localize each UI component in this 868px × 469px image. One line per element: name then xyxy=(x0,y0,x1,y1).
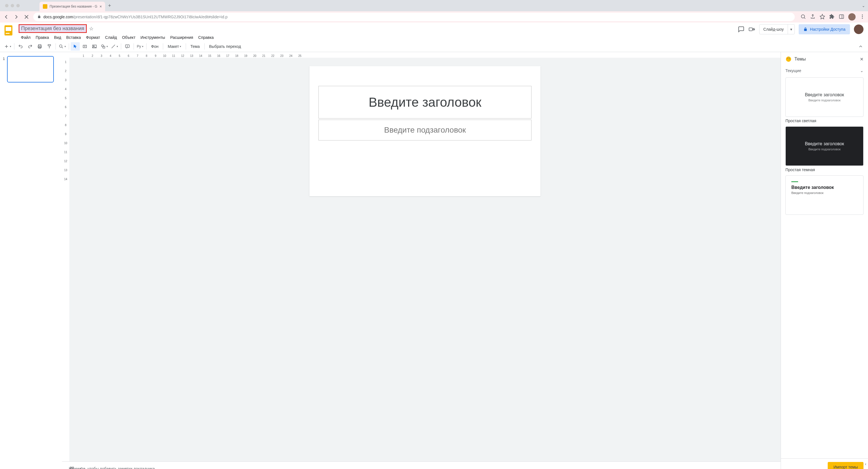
theme-card-accent[interactable]: Введите заголовок Введите подзаголовок xyxy=(785,175,864,215)
collapse-toolbar-icon[interactable] xyxy=(856,42,865,51)
slide-thumbnail[interactable] xyxy=(7,56,54,82)
select-tool[interactable] xyxy=(71,42,80,51)
palette-icon xyxy=(785,56,792,62)
subtitle-placeholder[interactable]: Введите подзаголовок xyxy=(318,120,531,140)
shape-tool[interactable] xyxy=(99,42,109,51)
themes-current-dropdown[interactable]: Текущие ⌄ xyxy=(781,66,868,75)
menu-object[interactable]: Объект xyxy=(120,34,138,41)
url-text: docs.google.com/presentation/d/1-qp78zwC… xyxy=(43,14,227,19)
traffic-light-min[interactable] xyxy=(11,4,14,7)
address-bar: docs.google.com/presentation/d/1-qp78zwC… xyxy=(0,11,868,23)
close-themes-icon[interactable]: ✕ xyxy=(860,57,864,62)
separator xyxy=(163,43,163,49)
traffic-light-max[interactable] xyxy=(17,4,20,7)
speaker-notes[interactable]: Нажмите, чтобы добавить заметки докладчи… xyxy=(62,461,781,469)
menu-view[interactable]: Вид xyxy=(52,34,63,41)
slideshow-button[interactable]: Слайд-шоу ▾ xyxy=(759,24,795,34)
comment-button[interactable] xyxy=(123,42,132,51)
traffic-light-close[interactable] xyxy=(5,4,8,7)
menu-insert[interactable]: Вставка xyxy=(64,34,83,41)
menu-tools[interactable]: Инструменты xyxy=(138,34,167,41)
extensions-icon[interactable] xyxy=(829,14,835,20)
slides-logo-icon[interactable] xyxy=(4,25,16,37)
filmstrip[interactable]: 1 xyxy=(0,52,62,469)
transition-button[interactable]: Выбрать переход xyxy=(206,42,244,51)
toolbar: Pу Фон Макет Тема Выбрать переход xyxy=(0,41,868,52)
separator xyxy=(121,43,121,49)
background-button[interactable]: Фон xyxy=(148,42,161,51)
themes-list[interactable]: Введите заголовок Введите подзаголовок П… xyxy=(781,75,868,458)
theme-button[interactable]: Тема xyxy=(188,42,203,51)
separator xyxy=(133,43,134,49)
tab-strip: Презентация без названия - G × + ⌄ xyxy=(0,0,868,11)
paint-format-button[interactable] xyxy=(45,42,54,51)
menu-format[interactable]: Формат xyxy=(84,34,102,41)
slide-thumb-row[interactable]: 1 xyxy=(3,56,59,82)
svg-rect-5 xyxy=(749,28,752,31)
undo-button[interactable] xyxy=(16,42,25,51)
slideshow-label[interactable]: Слайд-шоу xyxy=(760,25,788,34)
separator xyxy=(14,43,14,49)
menu-edit[interactable]: Правка xyxy=(33,34,51,41)
theme-card-light[interactable]: Введите заголовок Введите подзаголовок П… xyxy=(785,77,864,123)
explore-icon[interactable] xyxy=(69,466,74,469)
layout-button[interactable]: Макет xyxy=(165,42,184,51)
share-label: Настройки Доступа xyxy=(810,27,845,32)
sidepanel-icon[interactable] xyxy=(839,14,844,20)
document-title-input[interactable]: Презентация без названия xyxy=(19,24,87,33)
traffic-lights xyxy=(5,4,20,7)
canvas-viewport[interactable]: Введите заголовок Введите подзаголовок xyxy=(69,58,781,461)
prev-slide-icon[interactable] xyxy=(79,466,84,469)
tab-close-icon[interactable]: × xyxy=(99,4,102,9)
profile-avatar-icon[interactable] xyxy=(848,13,856,21)
side-panel-toggle-icon[interactable]: ‹ xyxy=(865,462,866,466)
slideshow-dropdown-icon[interactable]: ▾ xyxy=(788,25,795,34)
themes-panel: Темы ✕ Текущие ⌄ Введите заголовок Введи… xyxy=(781,52,868,469)
lock-icon xyxy=(803,27,808,32)
print-button[interactable] xyxy=(35,42,44,51)
url-input[interactable]: docs.google.com/presentation/d/1-qp78zwC… xyxy=(33,13,795,21)
separator xyxy=(186,43,186,49)
meet-icon[interactable]: ▾ xyxy=(748,26,755,33)
spellcheck-button[interactable]: Pу xyxy=(135,42,145,51)
textbox-tool[interactable] xyxy=(80,42,89,51)
menu-extensions[interactable]: Расширения xyxy=(168,34,195,41)
line-tool[interactable] xyxy=(110,42,119,51)
comments-icon[interactable] xyxy=(738,26,745,33)
zoom-button[interactable] xyxy=(58,42,67,51)
svg-point-13 xyxy=(101,45,104,47)
browser-tab[interactable]: Презентация без названия - G × xyxy=(39,2,105,11)
menu-help[interactable]: Справка xyxy=(196,34,216,41)
share-url-icon[interactable] xyxy=(810,14,815,20)
chrome-menu-icon[interactable] xyxy=(860,14,865,20)
svg-point-21 xyxy=(787,58,788,59)
share-button[interactable]: Настройки Доступа xyxy=(799,24,850,34)
menu-file[interactable]: Файл xyxy=(19,34,33,41)
lock-icon xyxy=(37,14,41,20)
redo-button[interactable] xyxy=(26,42,35,51)
new-tab-button[interactable]: + xyxy=(108,3,111,9)
title-placeholder[interactable]: Введите заголовок xyxy=(318,86,531,119)
browser-chrome: Презентация без названия - G × + ⌄ docs.… xyxy=(0,0,868,23)
new-slide-button[interactable] xyxy=(3,42,12,51)
theme-card-dark[interactable]: Введите заголовок Введите подзаголовок П… xyxy=(785,126,864,172)
stop-reload-button[interactable] xyxy=(23,13,30,20)
account-avatar-icon[interactable] xyxy=(854,25,864,34)
image-tool[interactable] xyxy=(90,42,99,51)
ruler-vertical: 1234567891011121314 xyxy=(62,58,69,461)
separator xyxy=(56,43,56,49)
tabs-menu-icon[interactable]: ⌄ xyxy=(862,3,865,8)
svg-point-12 xyxy=(93,45,94,46)
menu-slide[interactable]: Слайд xyxy=(103,34,119,41)
slide-canvas[interactable]: Введите заголовок Введите подзаголовок xyxy=(309,66,540,196)
forward-button[interactable] xyxy=(13,13,20,20)
bookmark-star-icon[interactable] xyxy=(819,14,825,20)
app-header: Презентация без названия ☆ Файл Правка В… xyxy=(0,23,868,41)
star-document-icon[interactable]: ☆ xyxy=(89,26,94,32)
import-theme-button[interactable]: Импорт темы xyxy=(828,462,864,469)
back-button[interactable] xyxy=(3,13,9,20)
themes-title: Темы xyxy=(795,57,857,62)
translate-icon[interactable] xyxy=(800,14,806,20)
svg-point-4 xyxy=(862,18,863,19)
address-bar-icons xyxy=(800,13,865,21)
